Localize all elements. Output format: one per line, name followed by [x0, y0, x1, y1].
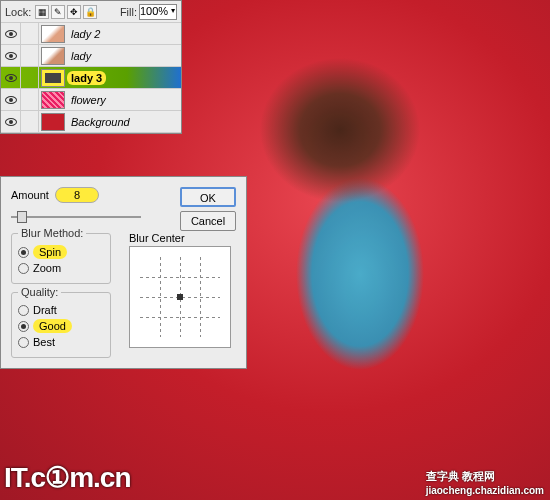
blur-method-title: Blur Method:	[18, 227, 86, 239]
visibility-toggle[interactable]	[1, 67, 21, 88]
link-col[interactable]	[21, 89, 39, 110]
layer-thumbnail[interactable]	[41, 47, 65, 65]
radio-icon	[18, 321, 29, 332]
blur-center-label: Blur Center	[129, 232, 231, 244]
radio-label: Draft	[33, 304, 57, 316]
cancel-button[interactable]: Cancel	[180, 211, 236, 231]
eye-icon	[5, 30, 17, 38]
amount-label: Amount	[11, 189, 49, 201]
link-col[interactable]	[21, 111, 39, 132]
slider-track	[11, 216, 141, 218]
watermark-right-sub: jiaocheng.chazidian.com	[426, 485, 544, 496]
watermark-right-main: 查字典 教程网	[426, 470, 495, 482]
radio-label: Spin	[33, 245, 67, 259]
layer-name: lady 3	[67, 71, 106, 85]
layer-thumbnail[interactable]	[41, 91, 65, 109]
watermark-right: 查字典 教程网 jiaocheng.chazidian.com	[426, 464, 544, 496]
eye-icon	[5, 96, 17, 104]
amount-slider[interactable]	[11, 209, 141, 225]
radio-good[interactable]: Good	[18, 319, 104, 333]
blur-center-grid	[140, 257, 220, 337]
radio-label: Zoom	[33, 262, 61, 274]
layer-name: Background	[67, 116, 130, 128]
layer-row-lady[interactable]: lady	[1, 45, 181, 67]
layer-thumbnail[interactable]	[41, 113, 65, 131]
link-col[interactable]	[21, 23, 39, 44]
lock-bar: Lock: ▦ ✎ ✥ 🔒 Fill: 100%	[1, 1, 181, 23]
radio-icon	[18, 337, 29, 348]
radio-icon	[18, 305, 29, 316]
layer-name: lady	[67, 50, 91, 62]
slider-thumb[interactable]	[17, 211, 27, 223]
visibility-toggle[interactable]	[1, 111, 21, 132]
visibility-toggle[interactable]	[1, 89, 21, 110]
lock-label: Lock:	[5, 6, 31, 18]
layer-thumbnail[interactable]	[41, 25, 65, 43]
lock-transparent-icon[interactable]: ▦	[35, 5, 49, 19]
fill-label: Fill:	[120, 6, 137, 18]
radio-label: Good	[33, 319, 72, 333]
radio-label: Best	[33, 336, 55, 348]
layer-row-background[interactable]: Background	[1, 111, 181, 133]
link-col[interactable]	[21, 45, 39, 66]
visibility-toggle[interactable]	[1, 45, 21, 66]
ok-button[interactable]: OK	[180, 187, 236, 207]
radio-icon	[18, 247, 29, 258]
lock-all-icon[interactable]: 🔒	[83, 5, 97, 19]
radio-spin[interactable]: Spin	[18, 245, 104, 259]
layer-row-lady2[interactable]: lady 2	[1, 23, 181, 45]
layer-thumbnail[interactable]	[41, 69, 65, 87]
lock-brush-icon[interactable]: ✎	[51, 5, 65, 19]
eye-icon	[5, 118, 17, 126]
layer-row-lady3[interactable]: lady 3	[1, 67, 181, 89]
fill-control: Fill: 100%	[120, 4, 177, 20]
radio-draft[interactable]: Draft	[18, 304, 104, 316]
eye-icon	[5, 52, 17, 60]
radio-zoom[interactable]: Zoom	[18, 262, 104, 274]
dialog-buttons: OK Cancel	[180, 187, 236, 235]
amount-value[interactable]: 8	[55, 187, 99, 203]
radio-best[interactable]: Best	[18, 336, 104, 348]
blur-method-group: Blur Method: Spin Zoom	[11, 233, 111, 284]
quality-title: Quality:	[18, 286, 61, 298]
radio-icon	[18, 263, 29, 274]
eye-icon	[5, 74, 17, 82]
layer-name: lady 2	[67, 28, 100, 40]
lock-icons: ▦ ✎ ✥ 🔒	[35, 5, 97, 19]
fill-input[interactable]: 100%	[139, 4, 177, 20]
radial-blur-dialog: Amount 8 OK Cancel Blur Method: Spin Zoo…	[0, 176, 247, 369]
watermark-left: IT.c①m.cn	[4, 461, 130, 494]
blur-center-section: Blur Center	[129, 232, 231, 348]
link-col[interactable]	[21, 67, 39, 88]
layer-name: flowery	[67, 94, 106, 106]
lock-move-icon[interactable]: ✥	[67, 5, 81, 19]
blur-center-point[interactable]	[177, 294, 183, 300]
layers-panel: Lock: ▦ ✎ ✥ 🔒 Fill: 100% lady 2 lady lad…	[0, 0, 182, 134]
quality-group: Quality: Draft Good Best	[11, 292, 111, 358]
blur-center-preview[interactable]	[129, 246, 231, 348]
layer-row-flowery[interactable]: flowery	[1, 89, 181, 111]
visibility-toggle[interactable]	[1, 23, 21, 44]
